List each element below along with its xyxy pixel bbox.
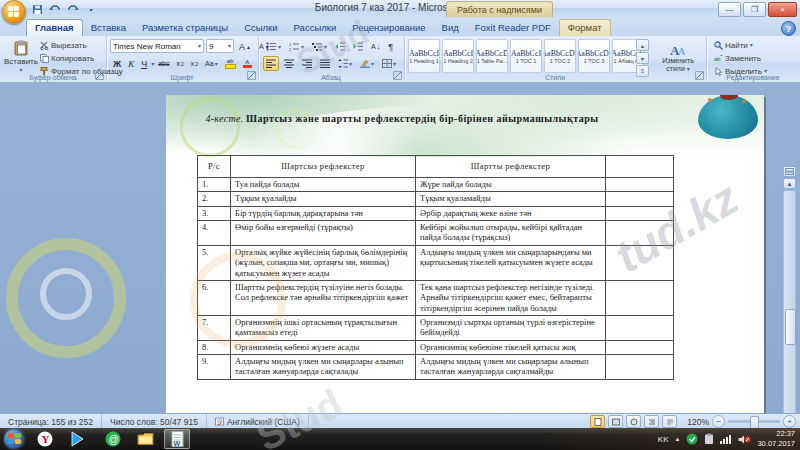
table-cell[interactable]: 8. bbox=[198, 340, 231, 354]
strikethrough-button[interactable]: abc bbox=[155, 56, 172, 71]
clipboard-dialog-launcher[interactable] bbox=[95, 71, 104, 80]
scrollbar-thumb[interactable] bbox=[785, 309, 796, 345]
page-indicator[interactable]: Страница: 155 из 252 bbox=[0, 414, 102, 429]
help-button[interactable]: ? bbox=[781, 21, 796, 36]
shading-button[interactable]: ▾ bbox=[357, 56, 377, 71]
table-cell[interactable]: Организмнің ішкі ортасының тұрақтылығын … bbox=[231, 315, 416, 340]
yandex-browser-icon[interactable]: Y bbox=[32, 429, 58, 449]
table-header-cell[interactable] bbox=[606, 156, 674, 178]
tab-4[interactable]: Рассылки bbox=[286, 20, 345, 36]
web-layout-view-icon[interactable] bbox=[626, 415, 641, 428]
table-cell[interactable] bbox=[606, 206, 674, 220]
tab-home[interactable]: Главная bbox=[26, 19, 83, 36]
document-table-caption[interactable]: 4-кесте. Шартсыз және шартты рефлекстерд… bbox=[192, 111, 612, 128]
justify-button[interactable] bbox=[317, 56, 333, 71]
replace-button[interactable]: ab Заменить bbox=[714, 52, 767, 64]
style-card-5[interactable]: AaBbCcDd1 TOC 2 bbox=[544, 39, 576, 73]
tray-language-indicator[interactable]: KK bbox=[658, 435, 669, 444]
document-page[interactable]: 4-кесте. Шартсыз және шартты рефлекстерд… bbox=[166, 95, 764, 413]
style-card-1[interactable]: AaBbCcI1 Heading 1 bbox=[408, 39, 440, 73]
tab-5[interactable]: Рецензирование bbox=[344, 20, 433, 36]
table-header-cell[interactable]: Шартты рефлекстер bbox=[416, 156, 606, 178]
table-cell[interactable]: Организмнің көбеюі жүзеге асады bbox=[231, 340, 416, 354]
table-cell[interactable]: 5. bbox=[198, 245, 231, 280]
table-cell[interactable] bbox=[606, 280, 674, 315]
outline-view-icon[interactable] bbox=[644, 415, 659, 428]
tab-8[interactable]: Формат bbox=[559, 19, 611, 36]
table-cell[interactable] bbox=[606, 192, 674, 206]
grow-font-button[interactable]: А▲ bbox=[236, 39, 254, 54]
align-center-button[interactable] bbox=[281, 56, 297, 71]
table-cell[interactable] bbox=[606, 221, 674, 246]
zoom-out-icon[interactable]: − bbox=[712, 415, 725, 428]
network-icon[interactable] bbox=[720, 434, 732, 444]
table-cell[interactable]: 2. bbox=[198, 192, 231, 206]
file-explorer-icon[interactable] bbox=[132, 429, 158, 449]
numbering-button[interactable]: 12▾ bbox=[286, 39, 307, 54]
table-cell[interactable]: Организмді сыртқы ортаның түрлі өзгеріст… bbox=[416, 315, 606, 340]
table-cell[interactable] bbox=[606, 340, 674, 354]
draft-view-icon[interactable] bbox=[662, 415, 677, 428]
volume-muted-icon[interactable] bbox=[738, 434, 751, 445]
table-cell[interactable]: Бір түрдің барлық дарақтарына тән bbox=[231, 206, 416, 220]
zoom-level[interactable]: 120% bbox=[687, 417, 709, 427]
table-cell[interactable]: Орталық жүйке жүйесінің барлық бөлімдері… bbox=[231, 245, 416, 280]
minimize-button[interactable]: — bbox=[718, 2, 741, 17]
styles-dialog-launcher[interactable] bbox=[695, 71, 704, 80]
change-case-button[interactable]: Аа▾ bbox=[202, 56, 221, 71]
tray-expand-icon[interactable]: ▲ bbox=[675, 436, 681, 442]
styles-scroll-down-icon[interactable]: ▾ bbox=[636, 52, 649, 64]
sort-button[interactable]: А↓ bbox=[368, 39, 383, 54]
print-layout-view-icon[interactable] bbox=[590, 415, 605, 428]
table-header-cell[interactable]: Шартсыз рефлекстер bbox=[231, 156, 416, 178]
fullscreen-view-icon[interactable] bbox=[608, 415, 623, 428]
show-marks-button[interactable]: ¶ bbox=[385, 39, 396, 54]
word-document-icon[interactable]: W bbox=[164, 429, 190, 449]
table-cell[interactable]: 3. bbox=[198, 206, 231, 220]
action-center-icon[interactable] bbox=[704, 433, 714, 445]
table-cell[interactable]: 7. bbox=[198, 315, 231, 340]
zoom-slider[interactable] bbox=[728, 420, 780, 423]
borders-button[interactable]: ▾ bbox=[379, 56, 399, 71]
decrease-indent-button[interactable] bbox=[332, 39, 348, 54]
superscript-button[interactable]: x2 bbox=[188, 56, 201, 71]
table-cell[interactable]: Өмір бойы өзгермейді (тұрақты) bbox=[231, 221, 416, 246]
table-cell[interactable]: Тек қана шартсыз рефлекстер негізінде тү… bbox=[416, 280, 606, 315]
paste-button[interactable]: Вставить ▾ bbox=[3, 38, 39, 74]
bullets-button[interactable]: ▾ bbox=[263, 39, 284, 54]
tab-6[interactable]: Вид bbox=[434, 20, 467, 36]
taskbar-clock[interactable]: 22:37 30.07.2017 bbox=[757, 429, 798, 449]
table-cell[interactable]: 4. bbox=[198, 221, 231, 246]
increase-indent-button[interactable] bbox=[350, 39, 366, 54]
table-cell[interactable] bbox=[606, 355, 674, 380]
underline-button[interactable]: Ч bbox=[138, 56, 150, 71]
table-cell[interactable]: Алдыңғы мидың үлкен ми сыңарларындағы ми… bbox=[416, 245, 606, 280]
office-button[interactable] bbox=[2, 0, 26, 24]
font-size-select[interactable]: 9▾ bbox=[206, 39, 234, 53]
tab-1[interactable]: Вставка bbox=[83, 20, 134, 36]
agent-tray-icon[interactable] bbox=[686, 433, 698, 445]
paragraph-dialog-launcher[interactable] bbox=[393, 71, 402, 80]
bold-button[interactable]: Ж bbox=[110, 56, 124, 71]
table-header-cell[interactable]: Р/с bbox=[198, 156, 231, 178]
styles-scroll-up-icon[interactable]: ▴ bbox=[636, 39, 649, 51]
tab-7[interactable]: Foxit Reader PDF bbox=[467, 20, 559, 36]
table-cell[interactable]: Туа пайда болады bbox=[231, 178, 416, 192]
table-cell[interactable] bbox=[606, 178, 674, 192]
align-left-button[interactable] bbox=[263, 56, 279, 71]
font-dialog-launcher[interactable] bbox=[247, 71, 256, 80]
table-cell[interactable]: Тұқым қуаламайды bbox=[416, 192, 606, 206]
multilevel-list-button[interactable]: ▾ bbox=[309, 39, 330, 54]
table-cell[interactable]: 9. bbox=[198, 355, 231, 380]
table-cell[interactable]: 1. bbox=[198, 178, 231, 192]
word-count[interactable]: Число слов: 50/47 915 bbox=[102, 414, 207, 429]
table-cell[interactable]: Тұқым қуалайды bbox=[231, 192, 416, 206]
underline-caret-icon[interactable]: ▾ bbox=[151, 61, 154, 67]
line-spacing-button[interactable]: ▾ bbox=[335, 56, 355, 71]
find-button[interactable]: Найти▾ bbox=[714, 39, 767, 51]
scrollbar-track[interactable] bbox=[783, 190, 796, 413]
table-cell[interactable] bbox=[606, 315, 674, 340]
style-card-4[interactable]: AaBbCcI1 TOC 1 bbox=[510, 39, 542, 73]
scroll-up-icon[interactable]: ▲ bbox=[783, 178, 796, 189]
style-card-2[interactable]: AaBbCcI1 Heading 2 bbox=[442, 39, 474, 73]
